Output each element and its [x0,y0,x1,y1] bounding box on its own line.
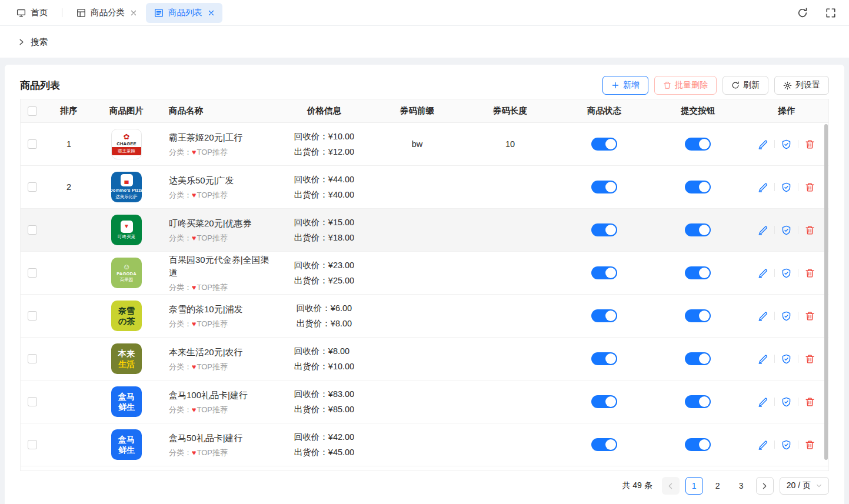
delete-icon[interactable] [805,440,815,450]
edit-icon[interactable] [758,268,768,278]
row-checkbox[interactable] [28,139,37,149]
row-checkbox[interactable] [28,354,37,363]
row-checkbox[interactable] [28,268,37,278]
shield-icon[interactable] [781,225,791,235]
action-divider [774,140,775,148]
search-panel-label: 搜索 [31,36,48,48]
next-page-button[interactable] [756,477,774,495]
submit-toggle[interactable] [685,352,711,365]
delete-icon[interactable] [805,354,815,364]
shield-icon[interactable] [781,440,791,450]
logo-line1: PAGODA [116,271,136,276]
prev-page-button[interactable] [662,477,680,495]
product-image: ☺ PAGODA 百果园 [111,258,142,288]
edit-icon[interactable] [758,311,768,321]
row-checkbox[interactable] [28,182,37,192]
close-icon[interactable] [131,10,136,16]
action-divider [798,183,798,191]
fullscreen-icon[interactable] [825,8,836,18]
delete-icon[interactable] [805,268,815,278]
edit-icon[interactable] [758,354,768,364]
submit-toggle[interactable] [685,223,711,236]
price-info: 回收价：¥15.00 出货价：¥18.00 [294,215,354,245]
row-checkbox[interactable] [28,225,37,235]
shield-icon[interactable] [781,139,791,149]
add-button[interactable]: 新增 [602,76,648,95]
tab-product-list[interactable]: 商品列表 [146,3,222,23]
logo-line1: CHAGEE [116,141,136,146]
batch-delete-button[interactable]: 批量删除 [654,76,717,95]
scrollbar [824,124,828,467]
status-toggle[interactable] [591,438,617,451]
product-image: ▼ 叮咚买菜 [111,215,142,245]
submit-toggle[interactable] [685,395,711,408]
shield-icon[interactable] [781,182,791,192]
edit-icon[interactable] [758,139,768,149]
page-size-select[interactable]: 20 / 页 [780,477,829,495]
close-icon[interactable] [208,10,214,16]
category-grid-icon [76,8,86,18]
status-toggle[interactable] [591,395,617,408]
action-divider [798,398,798,406]
submit-toggle[interactable] [685,438,711,451]
edit-icon[interactable] [758,440,768,450]
sort-value: 1 [44,139,94,149]
search-collapse-panel[interactable]: 搜索 [0,26,849,58]
logo-icon: ▼ [121,221,133,233]
select-all-checkbox[interactable] [28,106,37,116]
refresh-button[interactable]: 刷新 [723,76,768,95]
submit-toggle[interactable] [685,181,711,193]
column-settings-button[interactable]: 列设置 [774,76,829,95]
list-icon [154,8,164,18]
page-number-1[interactable]: 1 [685,477,703,495]
product-name: 盒马50礼品卡|建行 [169,432,274,445]
status-toggle[interactable] [591,223,617,236]
reload-icon[interactable] [797,8,808,18]
ship-price: 出货价：¥25.00 [294,273,354,288]
ship-price: 出货价：¥8.00 [297,316,352,331]
edit-icon[interactable] [758,182,768,192]
action-divider [774,269,775,277]
tab-label: 商品列表 [168,7,202,18]
category-label: 分类： [169,448,192,457]
product-category: 分类：♥TOP推荐 [169,319,274,329]
delete-icon[interactable] [805,397,815,407]
edit-icon[interactable] [758,397,768,407]
column-header-name: 商品名称 [159,105,277,116]
action-divider [798,269,798,277]
heart-icon: ♥ [192,234,196,242]
status-toggle[interactable] [591,181,617,193]
row-checkbox[interactable] [28,440,37,449]
coupon-prefix: bw [371,139,463,149]
delete-icon[interactable] [805,311,815,321]
submit-toggle[interactable] [685,138,711,151]
page-number-2[interactable]: 2 [709,477,727,495]
status-toggle[interactable] [591,309,617,322]
status-toggle[interactable] [591,138,617,151]
edit-icon[interactable] [758,225,768,235]
tab-home[interactable]: 首页 [8,3,56,23]
action-divider [774,312,775,320]
row-checkbox[interactable] [28,311,37,321]
submit-toggle[interactable] [685,266,711,279]
category-value: TOP推荐 [197,191,228,199]
delete-icon[interactable] [805,182,815,192]
ship-price: 出货价：¥40.00 [294,187,354,202]
tabbar-actions [797,8,836,18]
page-number-3[interactable]: 3 [733,477,750,495]
shield-icon[interactable] [781,311,791,321]
submit-toggle[interactable] [685,309,711,322]
status-toggle[interactable] [591,352,617,365]
delete-icon[interactable] [805,225,815,235]
row-checkbox[interactable] [28,397,37,406]
shield-icon[interactable] [781,268,791,278]
price-info: 回收价：¥10.00 出货价：¥12.00 [294,129,354,159]
price-info: 回收价：¥8.00 出货价：¥10.00 [294,343,354,374]
shield-icon[interactable] [781,354,791,364]
shield-icon[interactable] [781,397,791,407]
tab-product-category[interactable]: 商品分类 [68,3,145,23]
scrollbar-thumb[interactable] [824,124,828,460]
delete-icon[interactable] [805,139,815,149]
status-toggle[interactable] [591,266,617,279]
category-value: TOP推荐 [197,148,228,156]
